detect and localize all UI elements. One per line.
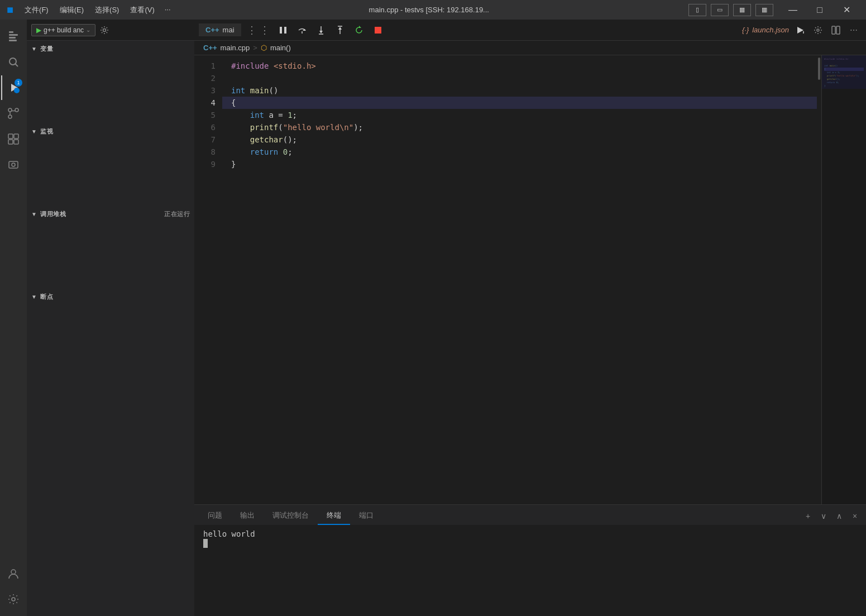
editor-more-button[interactable]: ⋯ (846, 22, 862, 38)
menu-file[interactable]: 文件(F) (20, 4, 53, 16)
svg-rect-23 (284, 27, 286, 34)
layout-btn-1[interactable]: ▯ (688, 4, 706, 16)
svg-point-18 (12, 163, 15, 166)
svg-point-4 (9, 58, 16, 65)
variables-chevron: ▼ (31, 46, 37, 52)
terminal-prompt-line (203, 538, 857, 548)
debug-toolbar: ▶ g++ build anc ⌄ (27, 20, 194, 41)
vscode-logo: ■ (7, 3, 13, 16)
activity-debug[interactable]: 1 (1, 75, 26, 100)
activity-settings[interactable] (1, 587, 26, 612)
terminal-content[interactable]: hello world ▶ g++ bui... ✓ ⚙ cppdbg: mai… (194, 525, 866, 616)
line-num-5: 5 (194, 109, 222, 121)
line-num-3: 3 (194, 84, 222, 97)
activity-source-control[interactable] (1, 101, 26, 126)
launch-json-link[interactable]: {·} launch.json (742, 26, 789, 34)
panel-dropdown-button[interactable]: ∨ (817, 509, 830, 523)
restart-button[interactable] (351, 22, 367, 38)
editor-split-button[interactable] (828, 22, 844, 38)
call-stack-content (27, 222, 194, 289)
call-stack-header[interactable]: ▼ 调用堆栈 正在运行 (27, 206, 194, 222)
tab-debug-console[interactable]: 调试控制台 (264, 507, 318, 525)
scrollbar-thumb (818, 58, 820, 80)
debug-config-dropdown[interactable]: ⌄ (86, 27, 90, 33)
editor-right-buttons: ⋯ (792, 22, 862, 38)
svg-rect-33 (375, 27, 381, 34)
panel-collapse-button[interactable]: ∧ (832, 509, 846, 523)
svg-rect-15 (8, 140, 13, 144)
watch-chevron: ▼ (31, 128, 37, 135)
panel-close-button[interactable]: × (848, 509, 862, 523)
breakpoints-header[interactable]: ▼ 断点 (27, 289, 194, 304)
debug-run-button[interactable]: ▶ g++ build anc ⌄ (31, 24, 95, 36)
code-line-3: int main() (222, 84, 817, 97)
maximize-button[interactable]: □ (807, 0, 832, 20)
tab-problems[interactable]: 问题 (199, 507, 231, 525)
terminal-output: hello world (203, 529, 857, 538)
menu-more[interactable]: ··· (161, 4, 174, 16)
debug-gear-button[interactable] (98, 23, 111, 37)
step-into-button[interactable] (313, 22, 329, 38)
tab-terminal[interactable]: 终端 (318, 507, 350, 525)
run-without-debug-button[interactable] (792, 22, 808, 38)
activity-extensions[interactable] (1, 127, 26, 151)
step-out-button[interactable] (332, 22, 348, 38)
svg-rect-38 (836, 26, 840, 34)
panel-add-button[interactable]: + (801, 509, 815, 523)
menu-bar: 文件(F) 编辑(E) 选择(S) 查看(V) ··· (20, 4, 174, 16)
breadcrumb-file[interactable]: main.cpp (221, 44, 250, 52)
editor-area: C++ mai ⋮ ⋮ (194, 20, 866, 616)
minimap-preview: #include <stdio.h> int main() { int a = … (822, 55, 866, 89)
code-content[interactable]: #include <stdio.h> int main() { int a = … (222, 55, 817, 504)
activity-bar-bottom (1, 561, 26, 616)
editor-gear-button[interactable] (810, 22, 826, 38)
svg-rect-16 (14, 140, 18, 144)
activity-bar: 1 (0, 20, 27, 616)
svg-point-19 (11, 570, 16, 574)
variables-header[interactable]: ▼ 变量 (27, 41, 194, 56)
launch-json-icon: {·} (742, 26, 749, 34)
step-over-button[interactable] (294, 22, 310, 38)
menu-view[interactable]: 查看(V) (126, 4, 159, 16)
svg-rect-17 (9, 161, 18, 168)
cpp-file-tab[interactable]: C++ mai (199, 23, 241, 36)
code-line-1: #include <stdio.h> (222, 60, 817, 72)
svg-marker-32 (359, 26, 361, 28)
layout-btn-3[interactable]: ▦ (733, 4, 751, 16)
stop-button[interactable] (370, 22, 386, 38)
panel-tabs: 问题 输出 调试控制台 终端 端口 + ∨ ∧ × (194, 505, 866, 525)
svg-rect-13 (8, 134, 13, 139)
code-line-7: getchar(); (222, 133, 817, 146)
code-line-9: } (222, 158, 817, 170)
layout-btn-4[interactable]: ▦ (755, 4, 773, 16)
bottom-panel: 问题 输出 调试控制台 终端 端口 + ∨ ∧ × hello world (194, 504, 866, 616)
menu-select[interactable]: 选择(S) (90, 4, 123, 16)
tab-ports[interactable]: 端口 (350, 507, 382, 525)
activity-search[interactable] (1, 50, 26, 74)
svg-point-20 (12, 598, 15, 601)
debug-controls-bar: C++ mai ⋮ ⋮ (194, 20, 866, 41)
variables-label: 变量 (40, 45, 53, 53)
tab-output[interactable]: 输出 (231, 507, 264, 525)
play-icon: ▶ (36, 26, 41, 34)
code-editor[interactable]: 1 2 3 4 5 6 7 8 9 #include <stdio.h> int… (194, 55, 866, 504)
pause-button[interactable] (275, 22, 291, 38)
svg-rect-22 (280, 27, 282, 34)
close-button[interactable]: ✕ (834, 0, 859, 20)
watch-header[interactable]: ▼ 监视 (27, 123, 194, 139)
svg-rect-3 (9, 40, 17, 41)
minimize-button[interactable]: — (780, 0, 806, 20)
activity-remote[interactable] (1, 152, 26, 177)
line-num-6: 6 (194, 121, 222, 133)
editor-scrollbar[interactable] (817, 55, 821, 504)
breadcrumb-function[interactable]: main() (270, 44, 291, 52)
menu-edit[interactable]: 编辑(E) (55, 4, 88, 16)
breadcrumb-func-icon: ⬡ (261, 44, 267, 52)
svg-rect-14 (14, 134, 18, 139)
activity-account[interactable] (1, 561, 26, 586)
svg-rect-2 (9, 37, 16, 39)
layout-btn-2[interactable]: ▭ (711, 4, 729, 16)
activity-explorer[interactable] (1, 24, 26, 49)
debug-config-label: g++ build anc (44, 26, 84, 34)
breakpoints-content (27, 304, 194, 349)
